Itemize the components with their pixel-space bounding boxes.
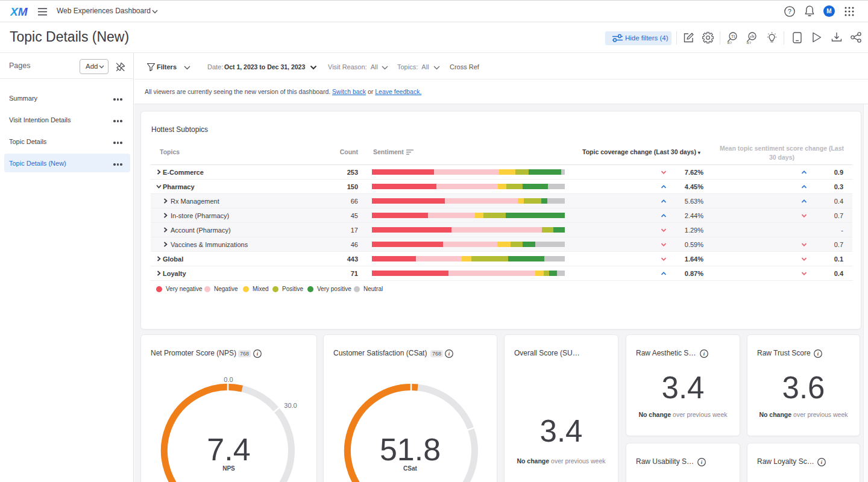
svg-text:?: ? [788,8,791,15]
svg-text:i: i [448,351,450,357]
svg-text:i: i [703,351,705,357]
svg-text:Tt: Tt [731,34,736,39]
svg-text:i: i [817,351,819,357]
svg-text:Ꭱʔ: Ꭱʔ [747,41,751,45]
svg-text:Ꭱʔ: Ꭱʔ [728,41,732,45]
svg-text:i: i [821,459,823,465]
svg-text:i: i [701,459,703,465]
svg-text:i: i [257,351,259,357]
svg-text:XM: XM [10,5,28,18]
